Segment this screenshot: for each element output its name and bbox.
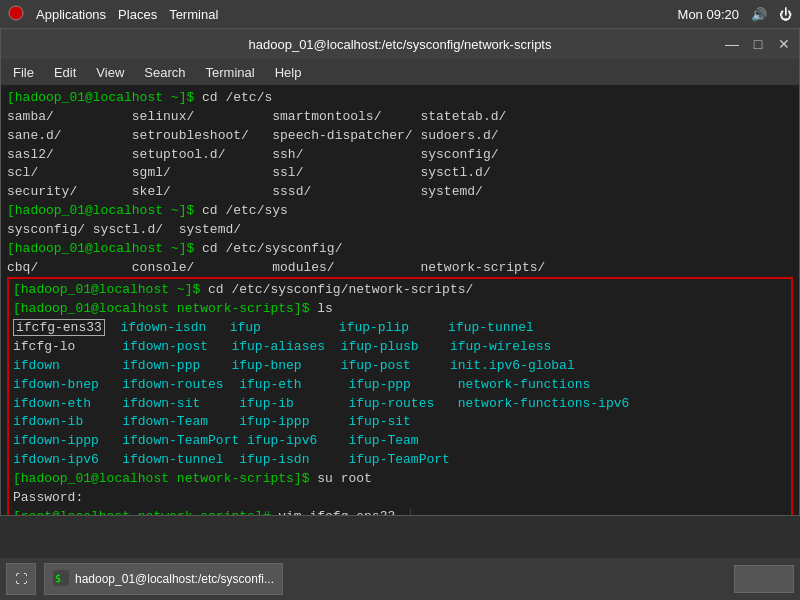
clock: Mon 09:20 (678, 7, 739, 22)
term-line-8: sysconfig/ sysctl.d/ systemd/ (7, 221, 793, 240)
workspace-indicator[interactable] (734, 565, 794, 593)
svg-text:$: $ (55, 573, 61, 584)
terminal-task-label: hadoop_01@localhost:/etc/sysconfi... (75, 572, 274, 586)
ls-line-7: ifdown-ippp ifdown-TeamPort ifup-ipv6 if… (13, 432, 787, 451)
screen-button[interactable]: ⛶ (6, 563, 36, 595)
box-line-vim: [root@localhost network-scripts]# vim if… (13, 508, 787, 515)
ls-line-2: ifcfg-lo ifdown-post ifup-aliases ifup-p… (13, 338, 787, 357)
ls-line-1: ifcfg-ens33 ifdown-isdn ifup ifup-plip i… (13, 319, 787, 338)
box-line-pw: Password: (13, 489, 787, 508)
system-bar: Applications Places Terminal Mon 09:20 🔊… (0, 0, 800, 28)
menu-terminal[interactable]: Terminal (198, 63, 263, 82)
screen-icon: ⛶ (15, 572, 27, 586)
term-line-9: [hadoop_01@localhost ~]$ cd /etc/sysconf… (7, 240, 793, 259)
ls-line-4: ifdown-bnep ifdown-routes ifup-eth ifup-… (13, 376, 787, 395)
window-controls: — □ ✕ (721, 33, 795, 55)
term-line-10: cbq/ console/ modules/ network-scripts/ (7, 259, 793, 278)
box-line-2: [hadoop_01@localhost network-scripts]$ l… (13, 300, 787, 319)
term-line-5: scl/ sgml/ ssl/ sysctl.d/ (7, 164, 793, 183)
applications-menu[interactable]: Applications (36, 7, 106, 22)
term-line-1: [hadoop_01@localhost ~]$ cd /etc/s (7, 89, 793, 108)
minimize-button[interactable]: — (721, 33, 743, 55)
ls-line-5: ifdown-eth ifdown-sit ifup-ib ifup-route… (13, 395, 787, 414)
ls-line-6: ifdown-ib ifdown-Team ifup-ippp ifup-sit (13, 413, 787, 432)
power-icon[interactable]: ⏻ (779, 7, 792, 22)
highlighted-section: [hadoop_01@localhost ~]$ cd /etc/sysconf… (7, 277, 793, 515)
places-menu[interactable]: Places (118, 7, 157, 22)
term-line-6: security/ skel/ sssd/ systemd/ (7, 183, 793, 202)
box-line-su: [hadoop_01@localhost network-scripts]$ s… (13, 470, 787, 489)
menu-edit[interactable]: Edit (46, 63, 84, 82)
ls-line-3: ifdown ifdown-ppp ifup-bnep ifup-post in… (13, 357, 787, 376)
box-line-1: [hadoop_01@localhost ~]$ cd /etc/sysconf… (13, 281, 787, 300)
system-icon (8, 5, 24, 24)
svg-point-0 (9, 6, 23, 20)
term-line-2: samba/ selinux/ smartmontools/ statetab.… (7, 108, 793, 127)
menu-file[interactable]: File (5, 63, 42, 82)
taskbar: ⛶ $ hadoop_01@localhost:/etc/sysconfi... (0, 558, 800, 600)
menu-help[interactable]: Help (267, 63, 310, 82)
terminal-menu[interactable]: Terminal (169, 7, 218, 22)
maximize-button[interactable]: □ (747, 33, 769, 55)
term-line-7: [hadoop_01@localhost ~]$ cd /etc/sys (7, 202, 793, 221)
term-line-3: sane.d/ setroubleshoot/ speech-dispatche… (7, 127, 793, 146)
title-bar: hadoop_01@localhost:/etc/sysconfig/netwo… (1, 29, 799, 59)
menu-search[interactable]: Search (136, 63, 193, 82)
ls-line-8: ifdown-ipv6 ifdown-tunnel ifup-isdn ifup… (13, 451, 787, 470)
menu-bar: File Edit View Search Terminal Help (1, 59, 799, 85)
system-bar-left: Applications Places Terminal (8, 5, 218, 24)
volume-icon: 🔊 (751, 7, 767, 22)
terminal-content[interactable]: [hadoop_01@localhost ~]$ cd /etc/s samba… (1, 85, 799, 515)
terminal-window: hadoop_01@localhost:/etc/sysconfig/netwo… (0, 28, 800, 516)
menu-view[interactable]: View (88, 63, 132, 82)
term-line-4: sasl2/ setuptool.d/ ssh/ sysconfig/ (7, 146, 793, 165)
system-bar-right: Mon 09:20 🔊 ⏻ (678, 7, 792, 22)
window-title: hadoop_01@localhost:/etc/sysconfig/netwo… (249, 37, 552, 52)
terminal-task-icon: $ (53, 570, 69, 589)
taskbar-right (734, 565, 794, 593)
terminal-task-button[interactable]: $ hadoop_01@localhost:/etc/sysconfi... (44, 563, 283, 595)
close-button[interactable]: ✕ (773, 33, 795, 55)
